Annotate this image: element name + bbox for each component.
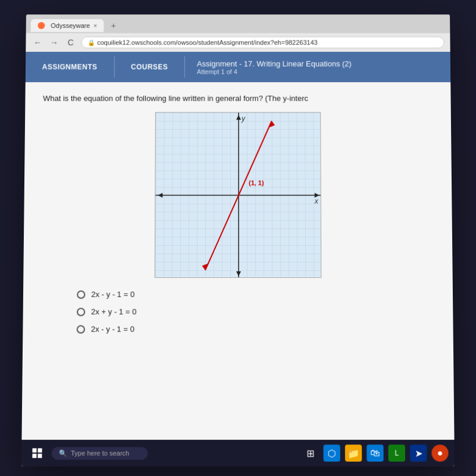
browser-chrome: Odysseyware × + ← → C 🔒 coquiliek12.owsc…	[26, 14, 450, 52]
search-icon: 🔍	[59, 449, 67, 457]
search-placeholder: Type here to search	[71, 449, 129, 456]
svg-text:(1, 1): (1, 1)	[249, 179, 264, 186]
edge-icon[interactable]: ⬡	[323, 444, 340, 462]
assignment-title: Assignment - 17. Writing Linear Equation…	[197, 59, 352, 68]
green-icon[interactable]: L	[389, 444, 406, 462]
lock-icon: 🔒	[87, 39, 95, 46]
refresh-button[interactable]: C	[65, 37, 77, 49]
app-header: ASSIGNMENTS COURSES Assignment - 17. Wri…	[26, 52, 451, 82]
url-bar[interactable]: 🔒 coquiliek12.owschools.com/owsoo/studen…	[81, 37, 444, 49]
assignment-info: Assignment - 17. Writing Linear Equation…	[185, 52, 364, 82]
taskbar-search[interactable]: 🔍 Type here to search	[52, 447, 148, 459]
assignments-nav[interactable]: ASSIGNMENTS	[26, 52, 114, 82]
url-text: coquiliek12.owschools.com/owsoo/studentA…	[97, 39, 317, 46]
taskview-icon[interactable]: ⊞	[302, 444, 318, 462]
courses-nav[interactable]: COURSES	[114, 52, 184, 82]
taskbar: 🔍 Type here to search ⊞ ⬡ 📁 🛍 L ➤ ●	[21, 440, 455, 466]
choice-c[interactable]: 2x - y - 1 = 0	[77, 325, 436, 334]
store-icon[interactable]: 🛍	[367, 444, 383, 462]
win-quad-1	[32, 448, 36, 452]
radio-a[interactable]	[77, 290, 85, 299]
svg-text:y: y	[241, 114, 246, 123]
tab-bar: Odysseyware × +	[26, 14, 450, 33]
answer-choices: 2x - y - 1 = 0 2x + y - 1 = 0 2x - y - 1…	[77, 290, 436, 333]
back-button[interactable]: ←	[32, 37, 43, 49]
tab-title: Odysseyware	[51, 22, 90, 29]
explorer-icon[interactable]: 📁	[345, 444, 362, 462]
tab-favicon	[37, 22, 45, 29]
choice-c-text: 2x - y - 1 = 0	[91, 325, 134, 334]
windows-icon	[32, 448, 42, 458]
browser-window: Odysseyware × + ← → C 🔒 coquiliek12.owsc…	[21, 14, 455, 466]
choice-b-text: 2x + y - 1 = 0	[91, 307, 136, 316]
assignment-title-detail: - 17. Writing Linear Equations (2)	[237, 59, 352, 68]
taskbar-icons: ⊞ ⬡ 📁 🛍 L ➤ ●	[302, 444, 449, 462]
active-tab[interactable]: Odysseyware ×	[31, 19, 104, 32]
choice-b[interactable]: 2x + y - 1 = 0	[77, 307, 435, 316]
question-text: What is the equation of the following li…	[43, 94, 433, 103]
radio-c[interactable]	[77, 325, 85, 333]
choice-a-text: 2x - y - 1 = 0	[91, 290, 134, 299]
radio-b[interactable]	[77, 308, 85, 316]
assignment-prefix: Assignment	[197, 59, 237, 68]
choice-a[interactable]: 2x - y - 1 = 0	[77, 290, 435, 299]
blue2-icon[interactable]: ➤	[410, 444, 427, 462]
forward-button[interactable]: →	[48, 37, 60, 49]
svg-text:x: x	[314, 197, 319, 205]
main-content: What is the equation of the following li…	[21, 82, 454, 440]
start-button[interactable]	[27, 443, 47, 463]
address-bar: ← → C 🔒 coquiliek12.owschools.com/owsoo/…	[26, 33, 450, 52]
red-icon[interactable]: ●	[431, 444, 449, 462]
new-tab-button[interactable]: +	[107, 18, 121, 33]
win-quad-4	[37, 454, 42, 458]
graph-svg: (1, 1) y x	[155, 112, 322, 278]
graph-container: (1, 1) y x	[155, 112, 322, 278]
win-quad-2	[38, 448, 42, 452]
win-quad-3	[32, 454, 36, 458]
attempt-label: Attempt 1 of 4	[197, 68, 352, 75]
tab-close-button[interactable]: ×	[93, 23, 97, 29]
